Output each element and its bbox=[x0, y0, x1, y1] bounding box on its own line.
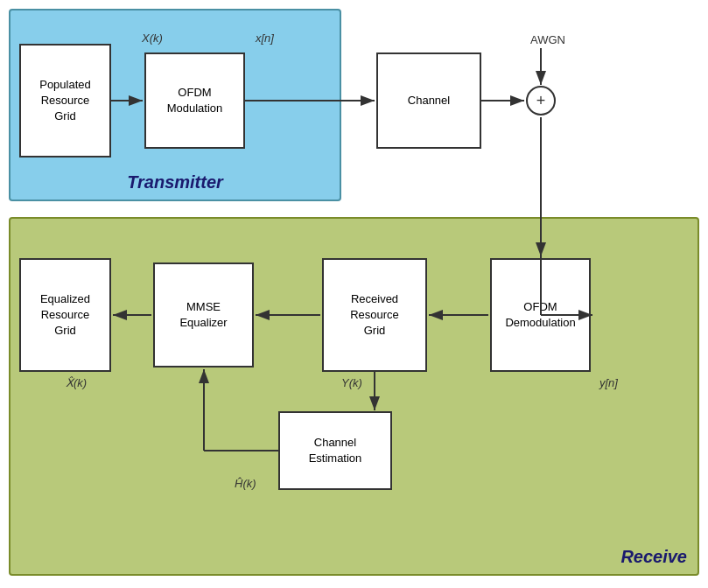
received-resource-grid-block: ReceivedResourceGrid bbox=[322, 258, 427, 372]
ofdm-demodulation-label: OFDMDemodulation bbox=[505, 299, 575, 331]
channel-estimation-block: ChannelEstimation bbox=[278, 411, 392, 490]
channel-block: Channel bbox=[376, 52, 481, 149]
ofdm-modulation-label: OFDMModulation bbox=[167, 85, 223, 116]
adder-circle: + bbox=[526, 86, 556, 116]
populated-resource-grid-block: PopulatedResourceGrid bbox=[19, 44, 111, 158]
channel-label: Channel bbox=[408, 93, 450, 108]
mmse-equalizer-label: MMSEEqualizer bbox=[179, 299, 227, 331]
xn-label: x[n] bbox=[256, 32, 274, 45]
xk-label: X(k) bbox=[142, 32, 163, 45]
ofdm-modulation-block: OFDMModulation bbox=[144, 52, 245, 149]
plus-icon: + bbox=[536, 92, 546, 110]
awgn-label: AWGN bbox=[530, 33, 565, 46]
yk-label: Y(k) bbox=[341, 376, 362, 389]
hhat-k-label: Ĥ(k) bbox=[235, 477, 256, 490]
mmse-equalizer-block: MMSEEqualizer bbox=[153, 262, 254, 368]
channel-estimation-label: ChannelEstimation bbox=[309, 435, 362, 466]
received-resource-grid-label: ReceivedResourceGrid bbox=[350, 291, 399, 340]
transmitter-label: Transmitter bbox=[127, 172, 223, 192]
yn-label: y[n] bbox=[599, 376, 618, 389]
equalized-resource-grid-label: EqualizedResourceGrid bbox=[40, 291, 90, 340]
diagram-container: Transmitter Receive PopulatedResourceGri… bbox=[0, 0, 708, 588]
ofdm-demodulation-block: OFDMDemodulation bbox=[490, 258, 591, 372]
xhat-k-label: X̂(k) bbox=[66, 376, 87, 389]
populated-resource-grid-label: PopulatedResourceGrid bbox=[39, 77, 91, 125]
receiver-label: Receive bbox=[620, 547, 687, 567]
equalized-resource-grid-block: EqualizedResourceGrid bbox=[19, 258, 111, 372]
